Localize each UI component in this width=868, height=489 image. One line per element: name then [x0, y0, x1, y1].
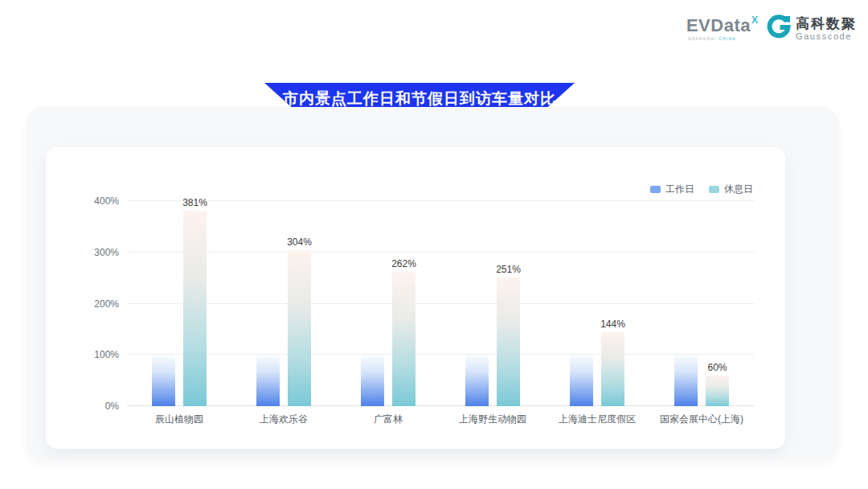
evdata-logo-text: EVData — [686, 17, 751, 35]
bar-groups: 381%304%262%251%144%60% — [127, 201, 754, 406]
bar-group: 381% — [127, 201, 231, 406]
legend-swatch-icon — [709, 186, 719, 193]
bar-value-label: 144% — [600, 318, 625, 330]
bar-weekday — [570, 355, 593, 406]
bar-group: 60% — [649, 201, 754, 406]
gausscode-cn-text: 高科数聚 — [796, 16, 857, 32]
bar-restday: 60% — [706, 376, 729, 406]
page: EVData X SHANGHAI CHINA 高科数聚 Gausscode 市… — [0, 0, 868, 489]
legend-item-weekday[interactable]: 工作日 — [650, 183, 694, 196]
bar-group: 251% — [440, 201, 545, 406]
bar-weekday — [256, 355, 280, 406]
plot-area: 0%100%200%300%400%381%304%262%251%144%60… — [127, 201, 754, 406]
bar-restday: 251% — [497, 277, 520, 406]
legend-label: 工作日 — [665, 183, 694, 196]
x-axis-label: 广富林 — [336, 413, 440, 426]
bar-group: 262% — [336, 201, 440, 406]
gausscode-en-text: Gausscode — [796, 31, 857, 42]
y-axis-tick: 0% — [77, 401, 119, 412]
header-logos: EVData X SHANGHAI CHINA 高科数聚 Gausscode — [686, 14, 857, 43]
legend-label: 休息日 — [724, 183, 753, 196]
x-axis-label: 上海迪士尼度假区 — [545, 413, 649, 426]
bar-restday: 262% — [392, 272, 416, 406]
evdata-tagline-left: SHANGHAI — [688, 36, 717, 41]
bar-weekday — [152, 355, 175, 406]
bar-group: 304% — [231, 201, 336, 406]
evdata-x-icon: X — [751, 15, 758, 25]
y-axis-tick: 200% — [77, 298, 119, 310]
bar-group: 144% — [545, 201, 649, 406]
gausscode-logo: 高科数聚 Gausscode — [766, 14, 857, 43]
bar-restday: 304% — [288, 250, 311, 406]
bar-value-label: 60% — [707, 362, 727, 373]
chart-card: 工作日休息日 0%100%200%300%400%381%304%262%251… — [46, 147, 785, 449]
bar-weekday — [361, 355, 384, 406]
bar-weekday — [674, 355, 698, 406]
bar-value-label: 381% — [182, 197, 207, 208]
bar-value-label: 251% — [496, 264, 521, 275]
bar-value-label: 304% — [287, 236, 312, 248]
x-axis-label: 上海野生动物园 — [440, 413, 545, 426]
x-axis-label: 上海欢乐谷 — [231, 413, 336, 426]
legend-item-restday[interactable]: 休息日 — [709, 183, 753, 196]
evdata-tagline: SHANGHAI CHINA — [688, 37, 736, 41]
bar-value-label: 262% — [391, 258, 416, 269]
chart-panel: 工作日休息日 0%100%200%300%400%381%304%262%251… — [27, 107, 838, 461]
gausscode-g-icon — [766, 14, 792, 43]
bar-weekday — [465, 355, 489, 406]
x-axis-labels: 辰山植物园上海欢乐谷广富林上海野生动物园上海迪士尼度假区国家会展中心(上海) — [127, 413, 754, 426]
bar-restday: 144% — [601, 332, 624, 406]
x-axis-label: 辰山植物园 — [127, 413, 231, 426]
y-axis-tick: 400% — [77, 195, 119, 207]
x-axis-label: 国家会展中心(上海) — [649, 413, 754, 426]
y-axis-tick: 300% — [77, 247, 119, 258]
legend-swatch-icon — [650, 186, 661, 193]
evdata-logo: EVData X SHANGHAI CHINA — [686, 17, 758, 41]
y-axis-tick: 100% — [77, 349, 119, 360]
chart-legend: 工作日休息日 — [650, 183, 753, 196]
bar-restday: 381% — [183, 211, 207, 406]
evdata-tagline-right: CHINA — [719, 36, 736, 41]
